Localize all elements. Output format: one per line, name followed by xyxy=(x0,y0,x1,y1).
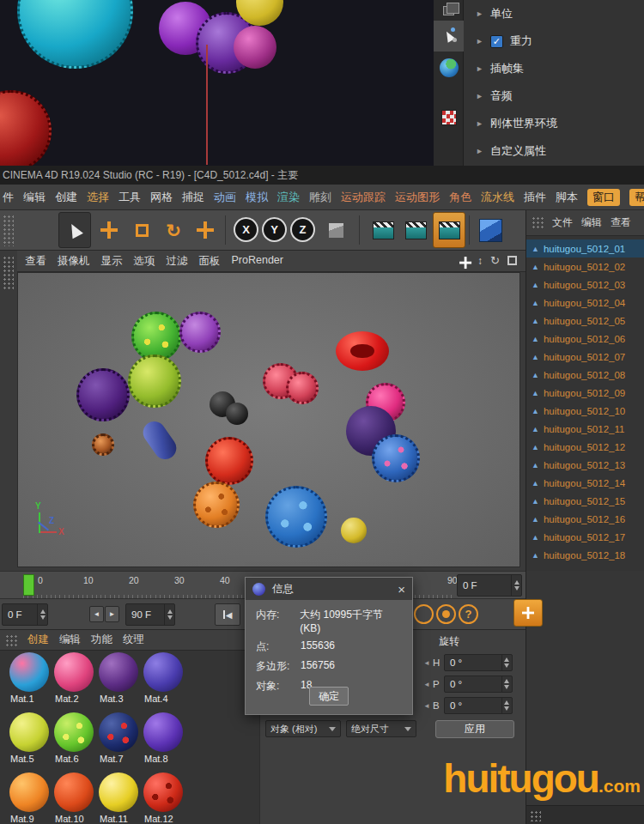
material-Mat.11[interactable]: Mat.11 xyxy=(98,772,139,824)
object-item-huitugou_5012_09[interactable]: ▲huitugou_5012_09 xyxy=(526,384,644,402)
rotate-tool[interactable]: ↻ xyxy=(158,212,189,248)
apply-button[interactable]: 应用 xyxy=(435,720,514,738)
menu-item-8[interactable]: 模拟 xyxy=(246,190,268,205)
collapse-arrow-icon[interactable]: ◄ xyxy=(423,702,430,710)
expand-arrow-icon[interactable]: ► xyxy=(476,37,483,45)
object-item-huitugou_5012_10[interactable]: ▲huitugou_5012_10 xyxy=(526,402,644,420)
viewport-menu-item-3[interactable]: 选项 xyxy=(134,254,155,269)
expand-arrow-icon[interactable]: ► xyxy=(476,64,483,73)
collapse-arrow-icon[interactable]: ◄ xyxy=(423,681,430,688)
menu-item-5[interactable]: 网格 xyxy=(150,190,173,205)
attribute-group-3[interactable]: ►音频 xyxy=(464,82,644,110)
next-key-button[interactable]: ► xyxy=(105,606,119,622)
stepper-down-icon[interactable] xyxy=(40,615,46,620)
menu-item-6[interactable]: 捕捉 xyxy=(182,190,204,205)
ok-button[interactable]: 确定 xyxy=(309,687,349,706)
render-to-picture-viewer-button[interactable] xyxy=(400,212,431,248)
viewport-menu-item-1[interactable]: 摄像机 xyxy=(58,254,90,269)
live-selection-tool[interactable] xyxy=(58,212,91,248)
menu-item-13[interactable]: 角色 xyxy=(449,190,471,205)
stepper-down-icon[interactable] xyxy=(514,586,519,591)
y-axis-lock-button[interactable]: Y xyxy=(262,217,287,242)
menu-item-17[interactable]: 窗口 xyxy=(587,189,620,206)
menu-item-12[interactable]: 运动图形 xyxy=(395,190,440,205)
viewport-menu-item-4[interactable]: 过滤 xyxy=(167,254,188,269)
menu-item-0[interactable]: 件 xyxy=(3,190,14,205)
object-item-huitugou_5012_01[interactable]: ▲huitugou_5012_01 xyxy=(526,239,644,258)
current-frame-field[interactable]: 0 F xyxy=(457,574,522,597)
zoom-view-icon[interactable]: ↕ xyxy=(477,255,483,267)
toolbar-drag-handle[interactable] xyxy=(3,215,14,246)
expand-arrow-icon[interactable]: ► xyxy=(476,9,483,18)
transform-move-button[interactable] xyxy=(513,599,543,627)
record-position-button[interactable] xyxy=(414,604,434,624)
attribute-group-2[interactable]: ►插帧集 xyxy=(464,55,644,82)
material-Mat.10[interactable]: Mat.10 xyxy=(53,772,94,824)
menu-item-11[interactable]: 运动跟踪 xyxy=(341,190,386,205)
stepper-down-icon[interactable] xyxy=(504,663,509,668)
orbit-view-icon[interactable]: ↻ xyxy=(490,254,500,267)
start-frame-stepper[interactable] xyxy=(37,604,47,625)
object-manager-menu-item-0[interactable]: 文件 xyxy=(552,215,573,230)
object-item-huitugou_5012_13[interactable]: ▲huitugou_5012_13 xyxy=(526,456,644,474)
menu-item-4[interactable]: 工具 xyxy=(118,190,141,205)
material-Mat.7[interactable]: Mat.7 xyxy=(98,712,139,764)
stepper-up-icon[interactable] xyxy=(40,609,46,614)
pan-view-icon[interactable] xyxy=(459,257,468,265)
viewport-drag-handle[interactable] xyxy=(3,256,14,290)
info-dialog[interactable]: 信息 × 内存:大约 10995千字节(KB)点:155636多边形:15675… xyxy=(245,577,413,715)
menu-item-1[interactable]: 编辑 xyxy=(23,190,46,205)
material-preview-sphere[interactable] xyxy=(143,652,183,692)
move-tool[interactable] xyxy=(93,212,125,248)
object-item-huitugou_5012_17[interactable]: ▲huitugou_5012_17 xyxy=(526,528,644,546)
checker-material-icon[interactable] xyxy=(434,103,464,132)
object-item-huitugou_5012_18[interactable]: ▲huitugou_5012_18 xyxy=(526,546,644,564)
menu-item-14[interactable]: 流水线 xyxy=(481,190,514,205)
menu-item-18[interactable]: 帮助 xyxy=(629,189,644,206)
material-preview-sphere[interactable] xyxy=(99,652,138,692)
rotation-P-field[interactable]: 0 ° xyxy=(444,676,513,693)
object-item-huitugou_5012_14[interactable]: ▲huitugou_5012_14 xyxy=(526,474,644,492)
scale-tool[interactable] xyxy=(126,212,157,248)
viewport-menu-item-0[interactable]: 查看 xyxy=(25,254,46,269)
panel-drag-handle[interactable] xyxy=(532,216,544,230)
material-preview-sphere[interactable] xyxy=(143,772,183,812)
z-axis-lock-button[interactable]: Z xyxy=(290,217,315,242)
material-preview-sphere[interactable] xyxy=(9,652,49,692)
stepper-up-icon[interactable] xyxy=(504,679,509,683)
material-preview-sphere[interactable] xyxy=(99,772,138,812)
expand-arrow-icon[interactable]: ► xyxy=(476,119,483,128)
menu-item-7[interactable]: 动画 xyxy=(214,190,236,205)
object-item-huitugou_5012_16[interactable]: ▲huitugou_5012_16 xyxy=(526,510,644,528)
info-dialog-title-bar[interactable]: 信息 × xyxy=(246,578,412,600)
material-preview-sphere[interactable] xyxy=(9,772,49,812)
attribute-group-0[interactable]: ►单位 xyxy=(464,0,644,27)
global-axis-tool[interactable] xyxy=(190,212,221,248)
world-globe-icon[interactable] xyxy=(434,53,464,82)
panel-drag-handle[interactable] xyxy=(530,810,541,821)
viewport-menu-item-2[interactable]: 显示 xyxy=(101,254,123,269)
material-menu-item-1[interactable]: 编辑 xyxy=(59,633,81,647)
object-item-huitugou_5012_11[interactable]: ▲huitugou_5012_11 xyxy=(526,420,644,438)
render-view-button[interactable] xyxy=(368,212,398,248)
object-item-huitugou_5012_15[interactable]: ▲huitugou_5012_15 xyxy=(526,492,644,510)
object-item-huitugou_5012_12[interactable]: ▲huitugou_5012_12 xyxy=(526,438,644,456)
object-item-huitugou_5012_03[interactable]: ▲huitugou_5012_03 xyxy=(526,276,644,294)
material-menu-item-3[interactable]: 纹理 xyxy=(123,633,144,647)
object-item-huitugou_5012_05[interactable]: ▲huitugou_5012_05 xyxy=(526,312,644,330)
stepper-up-icon[interactable] xyxy=(514,580,519,585)
frame-stepper[interactable] xyxy=(511,575,521,596)
x-axis-lock-button[interactable]: X xyxy=(234,217,258,242)
menu-item-3[interactable]: 选择 xyxy=(87,190,109,205)
goto-start-button[interactable]: ◀ xyxy=(215,603,240,626)
rotation-stepper[interactable] xyxy=(501,655,512,670)
end-frame-field[interactable]: 90 F xyxy=(125,603,175,626)
window-title-bar[interactable]: CINEMA 4D R19.024 Studio (RC - R19) - [C… xyxy=(0,166,644,185)
attribute-group-5[interactable]: ►自定义属性 xyxy=(464,137,644,165)
material-Mat.8[interactable]: Mat.8 xyxy=(143,712,184,764)
object-item-huitugou_5012_06[interactable]: ▲huitugou_5012_06 xyxy=(526,330,644,348)
autokey-button[interactable] xyxy=(436,604,456,624)
timeline-playhead[interactable] xyxy=(23,574,34,596)
collapse-arrow-icon[interactable]: ◄ xyxy=(423,659,430,667)
rotation-stepper[interactable] xyxy=(501,676,512,692)
